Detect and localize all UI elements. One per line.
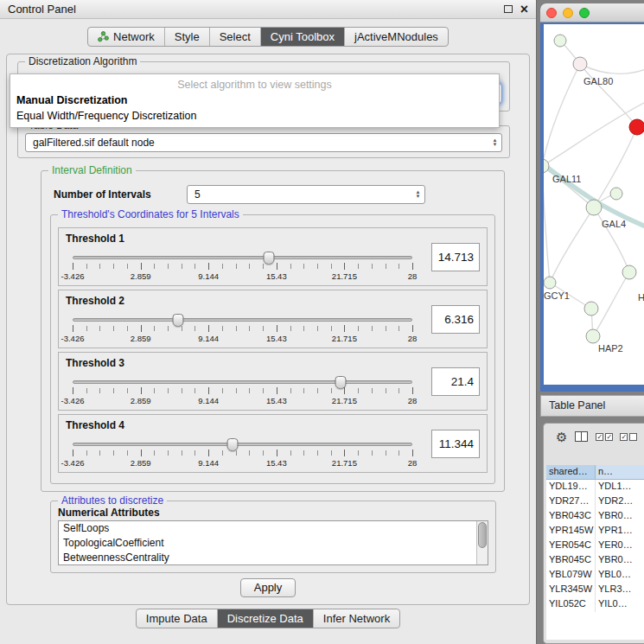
- table-row[interactable]: YLR345WYLR3…: [546, 583, 644, 597]
- checkbox-checked-icon[interactable]: ✓: [596, 433, 603, 441]
- slider-scale-labels: -3.426 2.859 9.144 15.43 21.715 28: [73, 458, 412, 468]
- group-title: Threshold's Coordinates for 5 Intervals: [58, 208, 243, 220]
- threshold-label: Threshold 2: [66, 295, 124, 307]
- tab-select[interactable]: Select: [210, 28, 261, 46]
- node-table: shared… n… YDL19…YDL1… YDR27…YDR2… YBR04…: [546, 465, 644, 640]
- checkbox-checked-icon[interactable]: ✓: [605, 433, 613, 441]
- slider-thumb[interactable]: [263, 252, 274, 265]
- mac-close-icon[interactable]: [546, 8, 557, 18]
- cyni-toolbox-panel: Discretization Algorithm ▲▼ Select algor…: [6, 54, 530, 605]
- thick-edge: [544, 161, 644, 226]
- dropdown-option-manual-discretization[interactable]: Manual Discretization: [10, 92, 499, 108]
- table-row[interactable]: YIL052CYIL0…: [546, 597, 644, 612]
- list-item[interactable]: BetweennessCentrality: [59, 551, 488, 565]
- group-title: Interval Definition: [48, 164, 136, 176]
- slider-thumb[interactable]: [226, 438, 238, 451]
- float-window-icon[interactable]: [504, 5, 513, 13]
- scrollbar-thumb[interactable]: [478, 522, 487, 548]
- attributes-to-discretize-group: Attributes to discretize Numerical Attri…: [50, 501, 496, 573]
- slider-scale-labels: -3.426 2.859 9.144 15.43 21.715 28: [73, 396, 412, 405]
- tab-label: Discretize Data: [227, 612, 303, 625]
- column-header-name[interactable]: n…: [596, 465, 644, 480]
- svg-text:HAP2: HAP2: [598, 343, 623, 354]
- mac-minimize-icon[interactable]: [563, 8, 573, 18]
- threshold-label: Threshold 3: [66, 357, 124, 369]
- panel-title: Control Panel: [8, 3, 76, 16]
- numerical-attributes-list: SelfLoops TopologicalCoefficient Between…: [58, 520, 488, 565]
- node-label: GAL80: [583, 76, 613, 86]
- apply-button[interactable]: Apply: [240, 578, 296, 597]
- list-item[interactable]: SelfLoops: [59, 521, 488, 536]
- table-panel-title: Table Panel: [549, 399, 605, 411]
- tab-cyni-toolbox[interactable]: Cyni Toolbox: [261, 28, 345, 46]
- table-row[interactable]: YBR043CYBR0…: [546, 509, 644, 524]
- control-panel-titlebar: Control Panel ×: [0, 0, 536, 19]
- network-canvas-frame: GAL80 GAL11 GAL4 GCY1 HAP2 H: [540, 22, 644, 392]
- slider-ticks: [73, 264, 412, 269]
- threshold-value-field[interactable]: 11.344: [431, 430, 480, 458]
- tab-label: Style: [175, 30, 200, 43]
- svg-text:GAL4: GAL4: [602, 219, 626, 229]
- mac-zoom-icon[interactable]: [579, 8, 590, 18]
- slider-track: [73, 443, 412, 446]
- table-panel-window: ⚙ ✓ ✓ ✓ shared… n… YDL19…YDL1… YDR27…YDR…: [543, 423, 644, 644]
- list-item[interactable]: TopologicalCoefficient: [59, 536, 488, 551]
- slider-ticks: [73, 388, 412, 393]
- network-view-window: GAL80 GAL11 GAL4 GCY1 HAP2 H: [540, 3, 644, 392]
- slider-track: [73, 318, 412, 322]
- threshold-value-field[interactable]: 21.4: [431, 367, 480, 396]
- selected-red-node[interactable]: [629, 119, 644, 135]
- threshold-3-panel: Threshold 3 21.4 -3.426 2.859 9.144 15.4…: [58, 352, 488, 411]
- group-title: Attributes to discretize: [58, 494, 167, 507]
- table-row[interactable]: YDR27…YDR2…: [546, 494, 644, 509]
- dropdown-option-equal-width-frequency[interactable]: Equal Width/Frequency Discretization: [10, 108, 499, 124]
- tab-network[interactable]: Network: [88, 28, 165, 46]
- table-row[interactable]: YER054CYER0…: [546, 539, 644, 553]
- table-panel-titlebar[interactable]: Table Panel: [540, 395, 644, 417]
- tab-style[interactable]: Style: [165, 28, 210, 46]
- column-header-shared-name[interactable]: shared…: [546, 465, 596, 480]
- threshold-slider[interactable]: -3.426 2.859 9.144 15.43 21.715 28: [73, 314, 412, 345]
- table-data-group: Table Data galFiltered.sif default node …: [17, 125, 510, 158]
- threshold-slider[interactable]: -3.426 2.859 9.144 15.43 21.715 28: [73, 376, 412, 407]
- table-data-combobox[interactable]: galFiltered.sif default node ▲▼: [25, 133, 502, 152]
- gear-icon[interactable]: ⚙: [556, 430, 567, 443]
- number-of-intervals-combobox[interactable]: 5 ▲▼: [187, 185, 425, 204]
- combo-stepper-icon: ▲▼: [411, 190, 424, 199]
- threshold-slider[interactable]: -3.426 2.859 9.144 15.43 21.715 28: [73, 252, 412, 283]
- list-scrollbar[interactable]: [476, 521, 488, 564]
- combo-stepper-icon: ▲▼: [488, 138, 501, 147]
- slider-thumb[interactable]: [172, 314, 183, 327]
- table-row[interactable]: YDL19…YDL1…: [546, 480, 644, 494]
- checkbox-checked-icon[interactable]: ✓: [620, 433, 628, 441]
- column-select-icons[interactable]: ✓ ✓ ✓: [596, 433, 637, 441]
- table-row[interactable]: YBR045CYBR0…: [546, 553, 644, 568]
- group-title: Discretization Algorithm: [25, 55, 140, 67]
- threshold-value-field[interactable]: 14.713: [431, 243, 480, 271]
- tab-jactivemnodules[interactable]: jActiveMNodules: [345, 28, 448, 46]
- dropdown-prompt: Select algorithm to view settings: [10, 76, 499, 92]
- table-row[interactable]: YPR145WYPR1…: [546, 524, 644, 539]
- threshold-value-field[interactable]: 6.316: [431, 305, 480, 334]
- network-canvas[interactable]: GAL80 GAL11 GAL4 GCY1 HAP2 H: [544, 24, 644, 385]
- table-row[interactable]: YBL079WYBL0…: [546, 568, 644, 583]
- table-header-row: shared… n…: [546, 465, 644, 480]
- numerical-attributes-label: Numerical Attributes: [58, 507, 160, 519]
- network-window-titlebar: [540, 3, 644, 22]
- slider-track: [73, 256, 412, 259]
- slider-ticks: [73, 326, 412, 331]
- close-icon[interactable]: ×: [520, 3, 528, 16]
- checkbox-empty-icon[interactable]: [629, 433, 637, 441]
- svg-text:GCY1: GCY1: [544, 290, 570, 301]
- slider-scale-labels: -3.426 2.859 9.144 15.43 21.715 28: [73, 334, 412, 343]
- threshold-4-panel: Threshold 4 11.344 -3.426 2.859 9.144 15…: [58, 414, 488, 473]
- threshold-slider[interactable]: -3.426 2.859 9.144 15.43 21.715 28: [73, 438, 412, 469]
- tab-label: Impute Data: [146, 612, 207, 625]
- threshold-2-panel: Threshold 2 6.316 -3.426 2.859 9.144 15.…: [58, 290, 488, 348]
- tab-infer-network[interactable]: Infer Network: [314, 609, 399, 628]
- algorithm-dropdown-list: Select algorithm to view settings Manual…: [10, 73, 500, 128]
- threshold-label: Threshold 1: [66, 233, 124, 245]
- columns-icon[interactable]: [575, 431, 588, 442]
- tab-discretize-data[interactable]: Discretize Data: [218, 609, 314, 628]
- tab-impute-data[interactable]: Impute Data: [137, 609, 218, 628]
